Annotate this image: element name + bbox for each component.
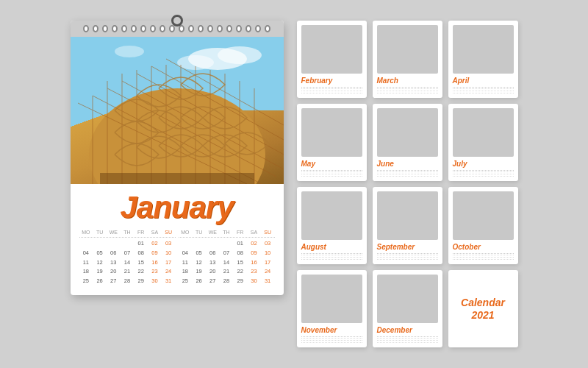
small-dots-june (377, 171, 438, 177)
two-months: MO TU WE TH FR SA SU 01 (79, 230, 275, 286)
small-photo-june (377, 108, 438, 157)
spiral-dot (131, 25, 137, 32)
col-su: SU (162, 230, 176, 235)
small-month-name-october: October (453, 243, 514, 251)
spiral-dot (236, 25, 242, 32)
small-dots-november (301, 338, 362, 343)
small-month-name-november: November (301, 326, 362, 334)
small-cal-june: June (373, 104, 442, 181)
col-th: TH (121, 230, 135, 235)
col-mo: MO (79, 230, 93, 235)
spiral-dot (188, 25, 194, 32)
small-month-name-april: April (453, 77, 514, 85)
svg-rect-25 (100, 173, 254, 184)
col-sa: SA (148, 230, 162, 235)
cal-header-2: MO TU WE TH FR SA SU (179, 230, 275, 235)
small-dots-march (377, 88, 438, 93)
col-mo2: MO (179, 230, 193, 235)
week-b4: 18 19 20 21 22 23 24 (179, 267, 275, 277)
col-we2: WE (206, 230, 220, 235)
spiral-dot (245, 25, 251, 32)
small-cal-may: May (297, 104, 367, 181)
small-dots-august (301, 255, 362, 260)
small-cal-october: October (448, 187, 518, 264)
small-photo-october (453, 191, 514, 240)
spiral-dot (140, 25, 146, 32)
small-month-name-may: May (301, 160, 362, 168)
small-month-name-february: February (301, 77, 362, 85)
col-sa2: SA (247, 230, 261, 235)
week-5: 25 26 27 28 29 30 31 (79, 277, 176, 286)
week-1: 01 02 03 (79, 239, 176, 249)
small-photo-july (453, 108, 514, 157)
small-month-name-june: June (377, 160, 438, 168)
cal-header-1: MO TU WE TH FR SA SU (79, 230, 176, 235)
small-photo-december (377, 275, 438, 323)
calendar-year-label: Calendar 2021 (448, 270, 518, 347)
small-dots-may (301, 171, 362, 177)
small-month-name-december: December (377, 326, 438, 334)
small-photo-september (377, 191, 438, 240)
month-section-1: MO TU WE TH FR SA SU 01 (79, 230, 176, 286)
spiral-dot (217, 25, 223, 32)
spiral-dot (198, 25, 204, 32)
spiral-dot (179, 25, 184, 32)
spiral-hook (171, 15, 183, 26)
svg-point-4 (115, 46, 144, 57)
small-photo-april (453, 25, 514, 74)
big-calendar-grid: MO TU WE TH FR SA SU 01 (71, 230, 284, 286)
col-fr: FR (134, 230, 148, 235)
big-calendar: January MO TU WE TH FR SA SU (71, 21, 284, 295)
spiral-dot (159, 25, 165, 32)
svg-point-2 (218, 46, 262, 64)
spiral-dot (207, 25, 213, 32)
calendar-year-text: Calendar 2021 (461, 297, 505, 322)
big-month-title: January (71, 184, 284, 230)
week-b2: 04 05 06 07 08 09 10 (179, 249, 275, 258)
small-dots-december (377, 338, 438, 343)
week-2: 04 05 06 07 08 09 10 (79, 249, 176, 258)
right-grid: February March April (297, 21, 518, 347)
small-month-name-july: July (453, 160, 514, 168)
small-photo-march (377, 25, 438, 74)
small-month-name-september: September (377, 243, 438, 251)
small-photo-november (301, 275, 362, 323)
spiral-bar (71, 21, 284, 37)
spiral-dot (121, 25, 127, 32)
small-cal-november: November (297, 270, 367, 347)
small-cal-july: July (448, 104, 518, 181)
main-container: January MO TU WE TH FR SA SU (56, 6, 533, 362)
spiral-dot (93, 25, 98, 32)
spiral-dot (255, 25, 261, 32)
spiral-dot (102, 25, 108, 32)
small-cal-march: March (373, 21, 442, 98)
small-month-name-august: August (301, 243, 362, 251)
small-cal-february: February (297, 21, 367, 98)
small-dots-april (453, 88, 514, 93)
week-b3: 11 12 13 14 15 16 17 (179, 258, 275, 268)
col-we: WE (107, 230, 121, 235)
small-dots-september (377, 255, 438, 260)
week-b1: 01 02 03 (179, 239, 275, 249)
col-su2: SU (261, 230, 275, 235)
col-tu: TU (93, 230, 107, 235)
small-month-name-march: March (377, 77, 438, 85)
small-cal-april: April (448, 21, 518, 98)
small-photo-may (301, 108, 362, 157)
small-cal-september: September (373, 187, 442, 264)
month-section-2: MO TU WE TH FR SA SU 01 (179, 230, 275, 286)
small-dots-july (453, 171, 514, 177)
small-cal-august: August (297, 187, 367, 264)
col-fr2: FR (233, 230, 247, 235)
small-dots-october (453, 255, 514, 260)
spiral-dot (150, 25, 156, 32)
col-th2: TH (220, 230, 234, 235)
week-3: 11 12 13 14 15 16 17 (79, 258, 176, 268)
week-b5: 25 26 27 28 29 30 31 (179, 277, 275, 286)
small-cal-december: December (373, 270, 442, 347)
spiral-dot (265, 25, 270, 32)
spiral-dot (83, 25, 89, 32)
small-photo-august (301, 191, 362, 240)
small-photo-february (301, 25, 362, 74)
small-dots-february (301, 88, 362, 93)
